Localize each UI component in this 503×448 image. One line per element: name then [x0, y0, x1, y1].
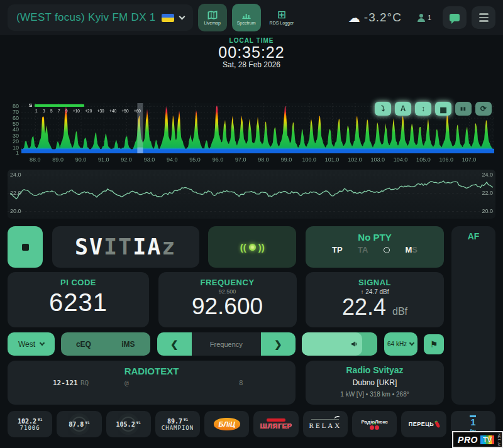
- temperature: -3.2°C: [364, 11, 402, 25]
- s-meter-tick: 9: [65, 109, 68, 113]
- signal-title: SIGNAL: [306, 278, 444, 287]
- shlyager-logo: ШЛЯГЕР: [260, 422, 292, 430]
- preset-label: 71006: [20, 425, 40, 431]
- user-count: 1: [428, 14, 431, 21]
- main-panels: SVITIAz (( )) No PTY TP TA MS PI CODE 62…: [8, 226, 495, 405]
- signal-panel: SIGNAL ↑ 24.7 dBf 22.4 dBf: [306, 272, 444, 327]
- speaker-icon: [350, 340, 358, 348]
- transmitter-name: Radio Svityaz: [306, 365, 444, 375]
- chevron-down-icon: [409, 341, 414, 346]
- chat-button[interactable]: [443, 6, 467, 29]
- radiotext-fragment: RQ: [80, 379, 89, 387]
- preset-button-5[interactable]: БЛіЦ: [204, 411, 249, 437]
- menu-button[interactable]: [472, 6, 495, 29]
- pi-code-panel: PI CODE 6231: [8, 272, 149, 327]
- preset-button-6[interactable]: ШЛЯГЕР: [253, 411, 298, 437]
- pepper-icon: [434, 420, 441, 429]
- tune-up-button[interactable]: ❯: [261, 332, 296, 356]
- spectrum-chart-icon: [241, 11, 252, 19]
- eq-button[interactable]: cEQ: [61, 332, 106, 356]
- transmitter-city: Dubno [UKR]: [306, 378, 444, 387]
- scroll-to-tuned-button[interactable]: ⤵: [375, 102, 391, 116]
- placeholder-logo-icon: [72, 417, 87, 432]
- s-meter-tick: +20: [85, 109, 92, 113]
- preset-button-4[interactable]: 89.7Ψ1CHAMPION: [155, 411, 200, 437]
- spectrum-graph-section: S 13579+10+20+30+40+50+60 ⤵A↕▅▮▮⟳: [0, 101, 503, 163]
- ta-flag: TA: [358, 245, 368, 254]
- refresh-button[interactable]: ⟳: [475, 102, 492, 116]
- grid-icon: ⊞: [277, 10, 286, 19]
- tp-flag: TP: [332, 245, 343, 254]
- user-icon: [417, 14, 425, 22]
- tune-down-button[interactable]: ❮: [157, 332, 192, 356]
- antenna-icon: Ψ1: [184, 417, 188, 422]
- rds-logger-button[interactable]: ⊞ RDS Logger: [266, 4, 298, 31]
- autoscale-button[interactable]: ↕: [415, 102, 431, 116]
- placeholder-logo-icon: [121, 417, 136, 432]
- region-dropdown[interactable]: West: [8, 332, 55, 356]
- auto-mode-button[interactable]: A: [395, 102, 411, 116]
- s-meter-tick: +10: [73, 109, 80, 113]
- s-meter-tick: 5: [50, 109, 53, 113]
- ims-button[interactable]: iMS: [106, 332, 150, 356]
- preset-button-8[interactable]: РадіоЛюкс: [352, 411, 397, 437]
- clock-time: 00:35:22: [0, 44, 503, 60]
- bird-icon: [311, 419, 339, 420]
- af-list-panel: AF: [451, 226, 495, 405]
- cloud-icon: ☁: [348, 11, 360, 25]
- pause-button[interactable]: ▮▮: [455, 102, 472, 116]
- livemap-button[interactable]: Livemap: [198, 4, 227, 31]
- spectrum-button[interactable]: Spectrum: [232, 4, 261, 31]
- radiotext-content: 12-121RQ@8: [8, 379, 296, 391]
- s-meter-tick: 1: [35, 109, 38, 113]
- station-selector[interactable]: (WEST focus) Kyiv FM DX 1: [8, 4, 193, 31]
- af-title: AF: [451, 231, 495, 241]
- preset-frequency: 102.2Ψ1: [18, 417, 42, 425]
- preset-button-1[interactable]: 102.2Ψ171006: [8, 411, 52, 437]
- protv-watermark: PRO TV NET.UA: [452, 431, 503, 448]
- frequency-title: FREQUENCY: [158, 278, 297, 287]
- clock-date: Sat, 28 Feb 2026: [0, 60, 503, 69]
- chevron-down-icon: [179, 13, 185, 19]
- square-icon: [22, 244, 29, 251]
- transmitter-details: 1 kW [V] • 318 km • 268°: [306, 391, 444, 398]
- protv-pro-text: PRO: [458, 435, 478, 445]
- bandwidth-dropdown[interactable]: 64 kHz: [384, 332, 417, 356]
- radiotext-fragment: 12-121: [53, 379, 78, 387]
- volume-slider[interactable]: [302, 332, 377, 356]
- top-bar: (WEST focus) Kyiv FM DX 1 Livemap Spectr…: [0, 0, 503, 35]
- s-meter-tick: +30: [97, 109, 104, 113]
- weather-widget: ☁ -3.2°C: [348, 11, 402, 25]
- spectrum-toolbar: ⤵A↕▅▮▮⟳: [375, 102, 492, 116]
- frequency-stepper: ❮ Frequency ❯: [157, 332, 296, 356]
- antenna-icon: Ψ1: [136, 420, 141, 425]
- green-square-toggle[interactable]: [8, 226, 43, 268]
- pty-panel: No PTY TP TA MS: [306, 226, 444, 268]
- eq-ims-toggle: cEQ iMS: [61, 332, 150, 356]
- preset-button-7[interactable]: RELAX: [303, 411, 348, 437]
- frequency-value: 92.600: [158, 295, 297, 319]
- pty-value: No PTY: [306, 232, 444, 243]
- preset-button-3[interactable]: 105.2Ψ1: [106, 411, 151, 437]
- hamburger-icon: [479, 13, 489, 21]
- chevron-down-icon: [40, 341, 45, 346]
- radiotext-title: RADIOTEXT: [8, 366, 296, 376]
- frequency-input[interactable]: Frequency: [192, 332, 261, 356]
- transmitter-info-panel: Radio Svityaz Dubno [UKR] 1 kW [V] • 318…: [306, 361, 444, 405]
- logo-accent: [267, 418, 285, 422]
- audio-stream-button[interactable]: (( )): [208, 226, 296, 268]
- ps-name-panel: SVITIAz: [52, 226, 199, 268]
- report-flag-button[interactable]: ⚑: [424, 334, 444, 354]
- protv-net-text: NET.UA: [497, 434, 501, 447]
- region-value: West: [18, 340, 35, 349]
- signal-history-canvas: [8, 170, 495, 219]
- s-meter-tick: +40: [109, 109, 116, 113]
- preset-button-9[interactable]: ПЕРЕЦЬ: [401, 411, 446, 437]
- pi-code-value: 6231: [8, 287, 149, 317]
- s-meter-tick: +60: [134, 109, 141, 113]
- protv-tv-badge: TV: [480, 435, 494, 444]
- graph-style-button[interactable]: ▅: [435, 102, 451, 116]
- preset-button-2[interactable]: 87.8Ψ1: [57, 411, 101, 437]
- flag-icon: ⚑: [430, 339, 438, 349]
- volume-fill: [302, 332, 362, 356]
